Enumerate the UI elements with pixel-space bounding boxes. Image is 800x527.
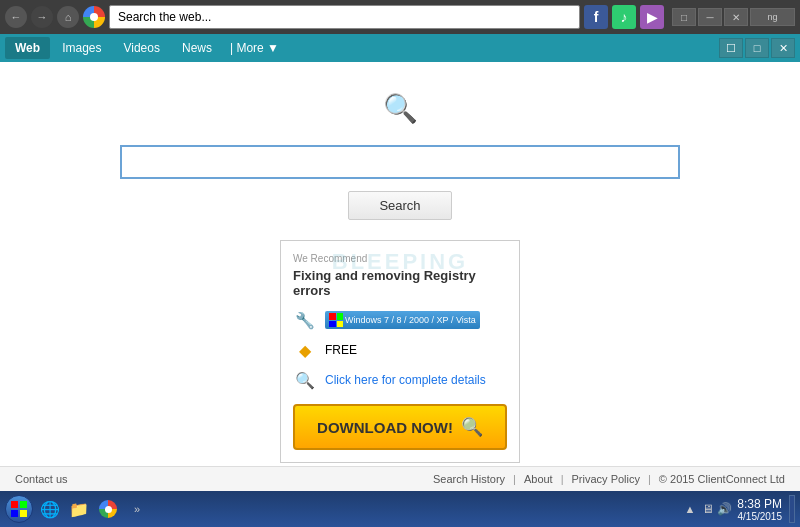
nav-tab-news[interactable]: News bbox=[172, 37, 222, 59]
nav-icon-btn-2[interactable]: □ bbox=[745, 38, 769, 58]
footer-contact[interactable]: Contact us bbox=[15, 473, 68, 485]
taskbar-extra-icons[interactable]: » bbox=[124, 496, 150, 522]
show-desktop-btn[interactable] bbox=[789, 495, 795, 523]
nav-tab-web[interactable]: Web bbox=[5, 37, 50, 59]
footer-search-history[interactable]: Search History bbox=[433, 473, 505, 485]
search-button-container: Search bbox=[348, 191, 451, 220]
footer-copyright: © 2015 ClientConnect Ltd bbox=[659, 473, 785, 485]
browser-toolbar: ← → ⌂ f ♪ ▶ □ ─ ✕ ng bbox=[0, 0, 800, 34]
main-content: 🔍 Search BLEEPING We Recommend Fixing an… bbox=[0, 62, 800, 527]
svg-rect-2 bbox=[11, 510, 18, 517]
download-button[interactable]: DOWNLOAD NOW! 🔍 bbox=[293, 404, 507, 450]
clock-date: 4/15/2015 bbox=[737, 511, 782, 522]
ad-feature-free: ◆ FREE bbox=[293, 338, 507, 362]
ad-details-link[interactable]: Click here for complete details bbox=[325, 373, 486, 387]
diamond-icon: ◆ bbox=[293, 338, 317, 362]
taskbar-chrome-taskbar-icon[interactable] bbox=[95, 496, 121, 522]
address-bar[interactable] bbox=[109, 5, 580, 29]
svg-rect-1 bbox=[20, 501, 27, 508]
nav-right-controls: ☐ □ ✕ bbox=[719, 38, 795, 58]
music-icon[interactable]: ♪ bbox=[612, 5, 636, 29]
clock-time: 8:38 PM bbox=[737, 497, 782, 511]
search-input-container bbox=[120, 145, 680, 179]
browser-nav: Web Images Videos News | More ▼ ☐ □ ✕ bbox=[0, 34, 800, 62]
tray-speaker-icon: 🔊 bbox=[717, 502, 732, 516]
nav-tab-more[interactable]: | More ▼ bbox=[224, 37, 285, 59]
taskbar-folder-icon[interactable]: 📁 bbox=[66, 496, 92, 522]
chrome-logo bbox=[83, 6, 105, 28]
home-button[interactable]: ⌂ bbox=[57, 6, 79, 28]
window-partial-label: ng bbox=[750, 8, 795, 26]
nav-tab-videos[interactable]: Videos bbox=[113, 37, 169, 59]
window-btn-close[interactable]: ✕ bbox=[724, 8, 748, 26]
ad-feature-link: 🔍 Click here for complete details bbox=[293, 368, 507, 392]
download-label: DOWNLOAD NOW! bbox=[317, 419, 453, 436]
svg-rect-3 bbox=[20, 510, 27, 517]
download-search-icon: 🔍 bbox=[461, 416, 483, 438]
address-input[interactable] bbox=[118, 10, 571, 24]
browser-chrome: ← → ⌂ f ♪ ▶ □ ─ ✕ ng Web Images Videos N… bbox=[0, 0, 800, 62]
taskbar-icons: 🌐 📁 » bbox=[37, 496, 150, 522]
media-icon[interactable]: ▶ bbox=[640, 5, 664, 29]
window-btn-minimize[interactable]: ─ bbox=[698, 8, 722, 26]
taskbar: 🌐 📁 » ▲ 🖥 🔊 8:38 PM 4/15/2015 bbox=[0, 491, 800, 527]
nav-icon-btn-close[interactable]: ✕ bbox=[771, 38, 795, 58]
tray-expand[interactable]: ▲ bbox=[682, 501, 697, 517]
forward-button[interactable]: → bbox=[31, 6, 53, 28]
footer: Contact us Search History | About | Priv… bbox=[0, 466, 800, 491]
search-button[interactable]: Search bbox=[348, 191, 451, 220]
footer-about[interactable]: About bbox=[524, 473, 553, 485]
windows-flag-icon bbox=[329, 313, 343, 327]
ad-watermark: BLEEPING bbox=[332, 249, 468, 275]
nav-tab-images[interactable]: Images bbox=[52, 37, 111, 59]
system-clock: 8:38 PM 4/15/2015 bbox=[737, 497, 782, 522]
start-button[interactable] bbox=[5, 495, 33, 523]
footer-right: Search History | About | Privacy Policy … bbox=[433, 473, 785, 485]
search-input[interactable] bbox=[120, 145, 680, 179]
wrench-icon: 🔧 bbox=[293, 308, 317, 332]
facebook-icon[interactable]: f bbox=[584, 5, 608, 29]
svg-rect-0 bbox=[11, 501, 18, 508]
footer-divider-2: | bbox=[561, 473, 564, 485]
tray-icons: 🖥 🔊 bbox=[702, 502, 732, 516]
ad-features: 🔧 Windows 7 / 8 / 2000 / XP / Vista ◆ FR… bbox=[293, 308, 507, 392]
nav-icon-btn-1[interactable]: ☐ bbox=[719, 38, 743, 58]
ad-box: BLEEPING We Recommend Fixing and removin… bbox=[280, 240, 520, 463]
ad-feature-os: 🔧 Windows 7 / 8 / 2000 / XP / Vista bbox=[293, 308, 507, 332]
footer-privacy[interactable]: Privacy Policy bbox=[572, 473, 640, 485]
footer-divider-3: | bbox=[648, 473, 651, 485]
taskbar-right: ▲ 🖥 🔊 8:38 PM 4/15/2015 bbox=[682, 495, 795, 523]
ad-free-label: FREE bbox=[325, 343, 357, 357]
ad-search-icon: 🔍 bbox=[293, 368, 317, 392]
back-button[interactable]: ← bbox=[5, 6, 27, 28]
taskbar-ie-icon[interactable]: 🌐 bbox=[37, 496, 63, 522]
footer-divider-1: | bbox=[513, 473, 516, 485]
window-btn-restore[interactable]: □ bbox=[672, 8, 696, 26]
search-magnifier-icon: 🔍 bbox=[383, 92, 418, 125]
window-controls: □ ─ ✕ ng bbox=[672, 8, 795, 26]
tray-network-icon: 🖥 bbox=[702, 502, 714, 516]
windows-badge: Windows 7 / 8 / 2000 / XP / Vista bbox=[325, 311, 480, 329]
